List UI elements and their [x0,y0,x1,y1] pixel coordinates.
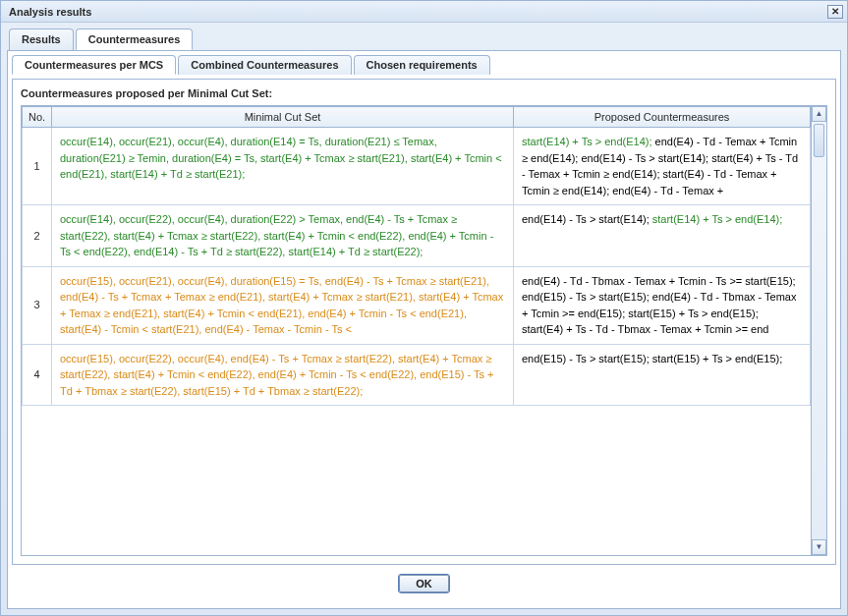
table-row[interactable]: 3occur(E15), occur(E21), occur(E4), dura… [23,266,811,344]
cell-mcs: occur(E15), occur(E21), occur(E4), durat… [52,266,514,344]
scroll-thumb[interactable] [814,124,824,157]
col-no[interactable]: No. [23,107,52,128]
cell-no: 1 [23,128,52,205]
cell-proposed: end(E15) - Ts > start(E15); start(E15) +… [514,344,811,406]
main-tabs: Results Countermeasures [1,23,847,50]
col-mcs[interactable]: Minimal Cut Set [52,107,514,128]
cell-no: 2 [23,205,52,267]
countermeasures-table-wrap: No. Minimal Cut Set Proposed Countermeas… [21,105,827,556]
cell-mcs: occur(E14), occur(E22), occur(E4), durat… [52,205,514,267]
cell-proposed: end(E14) - Ts > start(E14); start(E14) +… [514,205,811,267]
cell-mcs: occur(E15), occur(E22), occur(E4), end(E… [52,344,514,406]
countermeasures-table: No. Minimal Cut Set Proposed Countermeas… [22,106,811,406]
cell-proposed: end(E4) - Td - Tbmax - Temax + Tcmin - T… [514,266,811,344]
table-row[interactable]: 2occur(E14), occur(E22), occur(E4), dura… [23,205,811,267]
tab-countermeasures[interactable]: Countermeasures [76,28,194,50]
col-proposed[interactable]: Proposed Countermeasures [514,107,811,128]
tab-results[interactable]: Results [9,28,74,50]
subtab-per-mcs[interactable]: Countermeasures per MCS [12,55,176,75]
scroll-down-icon[interactable]: ▼ [812,539,826,555]
countermeasures-tab-body: Countermeasures per MCS Combined Counter… [7,50,841,609]
ok-button[interactable]: OK [399,575,449,592]
window-title: Analysis results [9,6,827,18]
cell-no: 3 [23,266,52,344]
titlebar: Analysis results ✕ [1,1,847,23]
per-mcs-panel: Countermeasures proposed per Minimal Cut… [12,79,836,565]
cell-no: 4 [23,344,52,406]
subtab-combined[interactable]: Combined Countermeasures [178,55,351,75]
vertical-scrollbar[interactable]: ▲ ▼ [811,106,826,555]
subtab-chosen[interactable]: Chosen requirements [354,55,490,75]
cell-proposed: start(E14) + Ts > end(E14); end(E4) - Td… [514,128,811,205]
dialog-footer: OK [12,565,836,604]
analysis-results-window: Analysis results ✕ Results Countermeasur… [0,0,848,616]
table-row[interactable]: 4occur(E15), occur(E22), occur(E4), end(… [23,344,811,406]
close-icon[interactable]: ✕ [827,5,843,19]
section-heading: Countermeasures proposed per Minimal Cut… [21,87,827,99]
table-row[interactable]: 1occur(E14), occur(E21), occur(E4), dura… [23,128,811,205]
scroll-up-icon[interactable]: ▲ [812,106,826,122]
cell-mcs: occur(E14), occur(E21), occur(E4), durat… [52,128,514,205]
sub-tabs: Countermeasures per MCS Combined Counter… [12,55,836,75]
